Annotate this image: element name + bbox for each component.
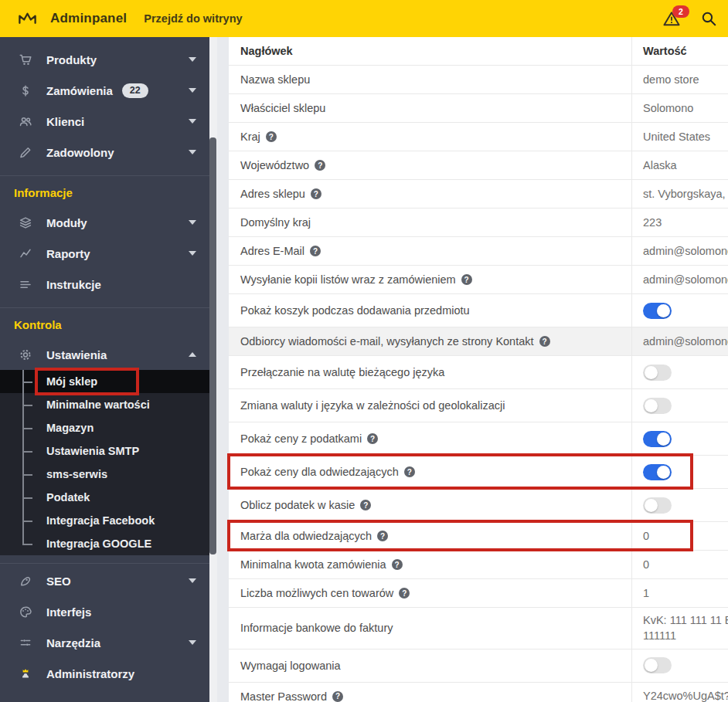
gear-icon <box>19 348 32 361</box>
sidebar-subitem-magazyn[interactable]: Magazyn <box>0 416 210 439</box>
crown-logo-icon[interactable] <box>17 9 38 28</box>
help-icon[interactable]: ? <box>311 188 321 199</box>
sidebar-subitem-integracja-facebook[interactable]: Integracja Facebook <box>0 509 210 532</box>
cart-icon <box>19 53 32 66</box>
sidebar-subitem-m-j-sklep[interactable]: Mój sklep <box>0 370 210 393</box>
setting-value[interactable]: demo store <box>631 66 728 93</box>
setting-value[interactable]: st. Vyborgskaya, 42 <box>631 180 728 208</box>
help-icon[interactable]: ? <box>399 588 410 599</box>
sidebar-item-instrukcje[interactable]: Instrukcje <box>0 269 210 300</box>
setting-value[interactable] <box>631 294 728 327</box>
help-icon[interactable]: ? <box>332 691 343 702</box>
toggle-on[interactable] <box>643 464 672 480</box>
setting-value[interactable] <box>631 389 728 422</box>
value-text: Solomono <box>643 100 693 116</box>
search-icon[interactable] <box>700 10 717 27</box>
sidebar-item-interfejs[interactable]: Interfejs <box>0 596 210 627</box>
toggle-off[interactable] <box>643 365 672 381</box>
value-text: demo store <box>643 72 699 87</box>
sidebar-item-zam-wienia[interactable]: Zamówienia22 <box>0 75 210 106</box>
sidebar-item-administratorzy[interactable]: Administratorzy <box>0 658 210 689</box>
sidebar-subitem-minimalne-warto-ci[interactable]: Minimalne wartości <box>0 393 210 416</box>
sidebar-item-seo[interactable]: SEO <box>0 565 210 596</box>
chevron-down-icon <box>189 88 196 93</box>
value-text: 223 <box>643 215 662 230</box>
sidebar-item-raporty[interactable]: Raporty <box>0 238 210 269</box>
help-icon[interactable]: ? <box>392 559 403 570</box>
setting-label-text: Oblicz podatek w kasie <box>240 499 355 511</box>
setting-value[interactable] <box>631 356 728 388</box>
sidebar-subitem-integracja-google[interactable]: Integracja GOOGLE <box>0 532 210 555</box>
setting-value[interactable]: 0 <box>631 522 728 550</box>
app-title: Adminpanel <box>50 11 127 26</box>
setting-value[interactable]: Alaska <box>631 151 728 179</box>
sidebar-subitem-podatek[interactable]: Podatek <box>0 486 210 509</box>
setting-value[interactable] <box>631 649 728 682</box>
setting-value[interactable] <box>631 489 728 521</box>
help-icon[interactable]: ? <box>367 433 378 444</box>
toggle-on[interactable] <box>643 303 672 319</box>
toggle-on[interactable] <box>643 431 672 447</box>
setting-value[interactable]: admin@solomono.r <box>631 237 728 265</box>
setting-value[interactable]: United States <box>631 123 728 151</box>
chevron-down-icon <box>189 150 196 154</box>
sidebar-item-produkty[interactable]: Produkty <box>0 44 210 75</box>
sidebar-subitem-ustawienia-smtp[interactable]: Ustawienia SMTP <box>0 439 210 463</box>
toggle-off[interactable] <box>643 497 672 514</box>
setting-label-text: Informacje bankowe do faktury <box>240 622 393 634</box>
sidebar-item-klienci[interactable]: Klienci <box>0 106 210 137</box>
toggle-off[interactable] <box>643 657 672 673</box>
sidebar-item-zadowolony[interactable]: Zadowolony <box>0 137 210 168</box>
notification-count-badge: 2 <box>672 5 689 18</box>
value-text: United States <box>643 129 710 144</box>
chevron-down-icon <box>189 251 196 256</box>
setting-label: Właściciel sklepu <box>229 94 631 122</box>
help-icon[interactable]: ? <box>266 131 277 142</box>
value-text: 1 <box>643 585 649 601</box>
table-row: Odbiorcy wiadomości e-mail, wysyłanych z… <box>229 327 728 356</box>
help-icon[interactable]: ? <box>404 466 415 477</box>
setting-value[interactable] <box>631 456 728 488</box>
toggle-off[interactable] <box>643 398 672 414</box>
help-icon[interactable]: ? <box>461 274 472 285</box>
value-text: Y24cwo%UgA$t?QF <box>643 688 728 702</box>
chevron-down-icon <box>189 57 196 62</box>
setting-value[interactable]: Y24cwo%UgA$t?QF <box>631 683 728 702</box>
help-icon[interactable]: ? <box>377 531 388 541</box>
setting-value[interactable]: admin@solomono.r <box>631 327 728 355</box>
warning-notifications-button[interactable]: 2 <box>663 11 680 26</box>
sidebar-subitem-sms-serwis[interactable]: sms-serwis <box>0 463 210 486</box>
help-icon[interactable]: ? <box>310 246 321 256</box>
setting-value[interactable]: 0 <box>631 551 728 578</box>
help-icon[interactable]: ? <box>315 160 325 171</box>
value-text-line2: 111111 <box>643 628 676 643</box>
setting-value[interactable]: 223 <box>631 209 728 236</box>
setting-label: Pokaż ceny dla odwiedzających? <box>229 456 631 488</box>
sidebar-item-label: Ustawienia <box>46 348 107 361</box>
column-header-wartosc: Wartość <box>631 37 728 65</box>
table-row: Zmiana waluty i języka w zależności od g… <box>229 389 728 422</box>
table-row: Właściciel sklepuSolomono <box>229 94 728 123</box>
sidebar-item-modu-y[interactable]: Moduły <box>0 207 210 238</box>
toggle-knob <box>657 432 670 446</box>
help-icon[interactable]: ? <box>360 500 371 510</box>
sidebar-divider <box>0 307 210 308</box>
setting-value[interactable] <box>631 422 728 455</box>
setting-label: Informacje bankowe do faktury <box>229 608 631 649</box>
setting-label-text: Zmiana waluty i języka w zależności od g… <box>240 399 505 412</box>
value-text: admin@solomono.r <box>643 272 728 287</box>
sidebar-item-ustawienia[interactable]: Ustawienia <box>0 339 210 370</box>
sidebar-scrollbar-thumb[interactable] <box>209 137 216 554</box>
settings-table: Nagłówek Wartość Nazwa sklepudemo storeW… <box>229 37 728 702</box>
sidebar-item-narz-dzia[interactable]: Narzędzia <box>0 627 210 658</box>
table-row: Wymagaj logowania <box>229 649 728 683</box>
setting-value[interactable]: Solomono <box>631 94 728 122</box>
setting-value[interactable]: admin@solomono.r <box>631 266 728 293</box>
go-to-site-link[interactable]: Przejdź do witryny <box>144 12 242 25</box>
setting-value[interactable]: 1 <box>631 579 728 607</box>
dollar-icon <box>19 83 32 97</box>
help-icon[interactable]: ? <box>539 336 550 347</box>
value-text: 0 <box>643 557 649 572</box>
setting-value[interactable]: KvK: 111 111 11 BT111111 <box>631 608 728 649</box>
sidebar-subitem-label: Podatek <box>46 491 90 504</box>
